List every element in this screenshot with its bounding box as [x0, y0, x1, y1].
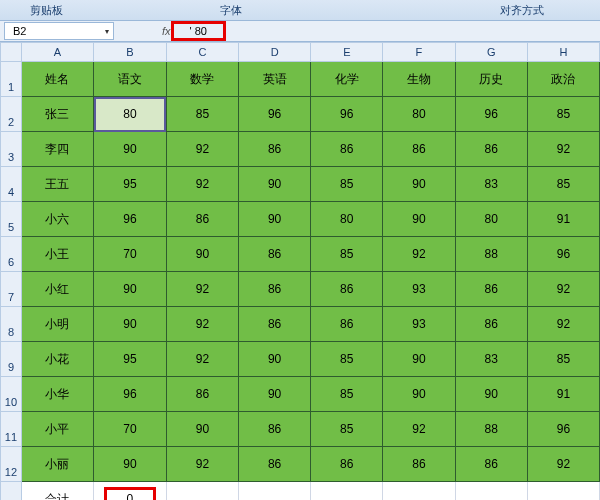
- cell[interactable]: 80: [455, 202, 527, 237]
- row-header[interactable]: 11: [1, 412, 22, 447]
- row-header[interactable]: 12: [1, 447, 22, 482]
- cell[interactable]: 86: [166, 377, 238, 412]
- cell[interactable]: 姓名: [21, 62, 93, 97]
- cell[interactable]: 80: [311, 202, 383, 237]
- cell[interactable]: 85: [166, 97, 238, 132]
- cell[interactable]: 86: [383, 447, 455, 482]
- cell[interactable]: 数学: [166, 62, 238, 97]
- cell[interactable]: 96: [239, 97, 311, 132]
- cell[interactable]: 70: [94, 237, 167, 272]
- cell[interactable]: 90: [94, 132, 167, 167]
- cell[interactable]: 86: [455, 447, 527, 482]
- cell[interactable]: 91: [527, 377, 599, 412]
- cell[interactable]: 92: [527, 307, 599, 342]
- cell[interactable]: 86: [455, 272, 527, 307]
- cell[interactable]: 86: [239, 412, 311, 447]
- cell[interactable]: [455, 482, 527, 501]
- cell[interactable]: 化学: [311, 62, 383, 97]
- cell[interactable]: 92: [166, 167, 238, 202]
- cell[interactable]: 小花: [21, 342, 93, 377]
- row-header[interactable]: 3: [1, 132, 22, 167]
- row-header[interactable]: 7: [1, 272, 22, 307]
- cell[interactable]: [527, 482, 599, 501]
- row-header[interactable]: 13: [1, 482, 22, 501]
- cell[interactable]: [383, 482, 455, 501]
- cell[interactable]: [166, 482, 238, 501]
- cell[interactable]: 85: [527, 167, 599, 202]
- cell[interactable]: 90: [383, 377, 455, 412]
- cell[interactable]: 英语: [239, 62, 311, 97]
- cell[interactable]: 85: [527, 97, 599, 132]
- column-header[interactable]: E: [311, 43, 383, 62]
- cell[interactable]: 95: [94, 342, 167, 377]
- cell[interactable]: 96: [455, 97, 527, 132]
- column-header[interactable]: H: [527, 43, 599, 62]
- cell[interactable]: 90: [239, 377, 311, 412]
- cell[interactable]: 96: [527, 237, 599, 272]
- cell[interactable]: 90: [383, 167, 455, 202]
- name-box[interactable]: B2 ▾: [4, 22, 114, 40]
- chevron-down-icon[interactable]: ▾: [105, 27, 109, 36]
- cell[interactable]: 86: [311, 132, 383, 167]
- row-header[interactable]: 5: [1, 202, 22, 237]
- row-header[interactable]: 6: [1, 237, 22, 272]
- cell[interactable]: 历史: [455, 62, 527, 97]
- cell[interactable]: 92: [527, 272, 599, 307]
- column-header[interactable]: G: [455, 43, 527, 62]
- cell[interactable]: 小丽: [21, 447, 93, 482]
- cell[interactable]: 政治: [527, 62, 599, 97]
- cell[interactable]: 90: [455, 377, 527, 412]
- cell[interactable]: 80: [383, 97, 455, 132]
- column-header[interactable]: D: [239, 43, 311, 62]
- cell[interactable]: [239, 482, 311, 501]
- cell[interactable]: 86: [239, 132, 311, 167]
- cell[interactable]: 83: [455, 167, 527, 202]
- cell[interactable]: 86: [239, 307, 311, 342]
- cell[interactable]: 92: [166, 307, 238, 342]
- cell[interactable]: 96: [94, 377, 167, 412]
- cell[interactable]: 93: [383, 307, 455, 342]
- selected-cell[interactable]: 80: [94, 97, 167, 132]
- cell[interactable]: 小六: [21, 202, 93, 237]
- cell[interactable]: 85: [311, 237, 383, 272]
- cell[interactable]: 合计: [21, 482, 93, 501]
- cell[interactable]: 90: [94, 307, 167, 342]
- cell[interactable]: 90: [239, 167, 311, 202]
- cell[interactable]: 小红: [21, 272, 93, 307]
- cell[interactable]: 92: [383, 412, 455, 447]
- cell[interactable]: 88: [455, 412, 527, 447]
- select-all-corner[interactable]: [1, 43, 22, 62]
- cell[interactable]: 小明: [21, 307, 93, 342]
- cell[interactable]: 96: [527, 412, 599, 447]
- cell-total-highlight[interactable]: 0: [94, 482, 167, 501]
- spreadsheet-grid[interactable]: ABCDEFGH1姓名语文数学英语化学生物历史政治2张三808596968096…: [0, 42, 600, 500]
- cell[interactable]: 85: [311, 412, 383, 447]
- cell[interactable]: 92: [166, 132, 238, 167]
- column-header[interactable]: F: [383, 43, 455, 62]
- cell[interactable]: 86: [455, 132, 527, 167]
- cell[interactable]: 90: [383, 202, 455, 237]
- cell[interactable]: 90: [166, 412, 238, 447]
- cell[interactable]: 86: [311, 272, 383, 307]
- cell[interactable]: 91: [527, 202, 599, 237]
- cell[interactable]: 92: [166, 342, 238, 377]
- cell[interactable]: 70: [94, 412, 167, 447]
- cell[interactable]: 83: [455, 342, 527, 377]
- cell[interactable]: 生物: [383, 62, 455, 97]
- column-header[interactable]: A: [21, 43, 93, 62]
- cell[interactable]: 小王: [21, 237, 93, 272]
- cell[interactable]: 小华: [21, 377, 93, 412]
- cell[interactable]: 90: [239, 342, 311, 377]
- cell[interactable]: 85: [311, 377, 383, 412]
- cell[interactable]: [311, 482, 383, 501]
- row-header[interactable]: 9: [1, 342, 22, 377]
- cell[interactable]: 92: [527, 132, 599, 167]
- column-header[interactable]: C: [166, 43, 238, 62]
- cell[interactable]: 90: [94, 272, 167, 307]
- fx-icon[interactable]: fx: [162, 25, 171, 37]
- cell[interactable]: 90: [239, 202, 311, 237]
- cell[interactable]: 85: [311, 342, 383, 377]
- row-header[interactable]: 8: [1, 307, 22, 342]
- cell[interactable]: 86: [239, 272, 311, 307]
- cell[interactable]: 86: [239, 237, 311, 272]
